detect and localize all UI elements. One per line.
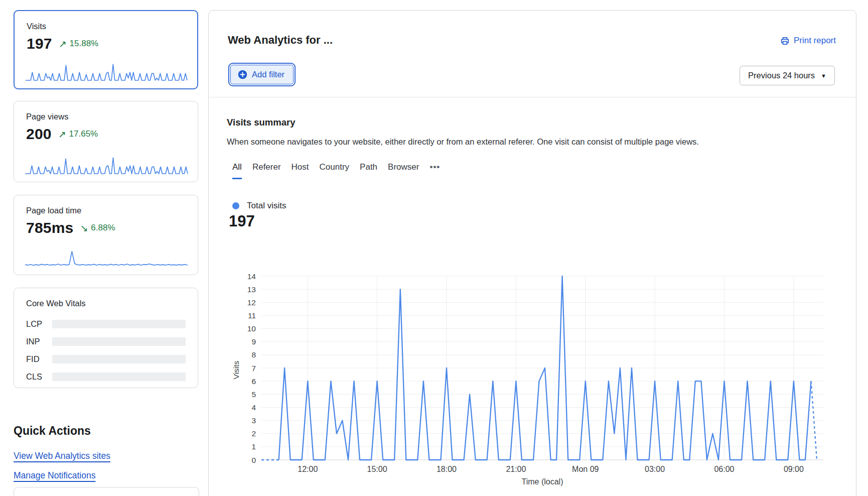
visits-summary-description: When someone navigates to your website, … xyxy=(227,137,779,147)
trend-arrow-icon: ↗ xyxy=(58,130,66,139)
print-report-label: Print report xyxy=(794,36,836,46)
core-web-vital-bar-track xyxy=(52,373,186,381)
trend-percentage: 6.88% xyxy=(91,223,115,233)
metric-card-title: Page load time xyxy=(14,195,198,215)
metric-card-page-views[interactable]: Page views 200 ↗ 17.65% xyxy=(14,101,198,182)
core-web-vitals-title: Core Web Vitals xyxy=(26,299,186,308)
metric-cards-list: Visits 197 ↗ 15.88% Page views 200 ↗ 17.… xyxy=(14,10,198,275)
legend-dot-icon xyxy=(232,202,239,209)
print-report-link[interactable]: Print report xyxy=(780,36,836,46)
svg-text:5: 5 xyxy=(251,390,256,399)
metric-card-sparkline xyxy=(23,155,190,176)
metric-card-sparkline xyxy=(23,247,190,269)
svg-text:12: 12 xyxy=(247,298,256,307)
core-web-vital-label: LCP xyxy=(26,319,52,329)
svg-text:06:00: 06:00 xyxy=(714,465,734,473)
visits-line-chart: 0123456789101112131412:0015:0018:0021:00… xyxy=(229,270,843,495)
svg-text:2: 2 xyxy=(251,429,256,438)
svg-text:09:00: 09:00 xyxy=(784,465,804,473)
svg-text:9: 9 xyxy=(251,337,256,346)
svg-text:11: 11 xyxy=(248,311,256,320)
svg-text:6: 6 xyxy=(251,377,256,386)
summary-tab-country[interactable]: Country xyxy=(320,162,350,179)
metric-card-title: Page views xyxy=(14,101,198,121)
trend-percentage: 17.65% xyxy=(69,129,98,139)
time-range-dropdown[interactable]: Previous 24 hours ▼ xyxy=(740,66,835,85)
svg-text:13: 13 xyxy=(247,285,256,294)
svg-text:0: 0 xyxy=(251,456,256,464)
metric-card-value-row: 200 ↗ 17.65% xyxy=(14,121,198,143)
core-web-vital-label: CLS xyxy=(26,372,52,382)
svg-text:Mon 09: Mon 09 xyxy=(572,465,599,473)
visits-summary-title: Visits summary xyxy=(227,117,295,128)
plus-circle-icon xyxy=(238,70,247,79)
svg-text:Visits: Visits xyxy=(232,360,240,379)
quick-action-link-manage-notifications[interactable]: Manage Notifications xyxy=(14,470,95,481)
page-title: Web Analytics for ... xyxy=(228,34,333,47)
svg-text:7: 7 xyxy=(251,364,256,373)
svg-text:1: 1 xyxy=(251,442,256,451)
metric-card-trend: ↘ 6.88% xyxy=(80,223,115,233)
partial-card-top xyxy=(14,487,199,496)
core-web-vital-label: INP xyxy=(26,337,52,346)
add-filter-button[interactable]: Add filter xyxy=(230,65,294,84)
summary-tab-referer[interactable]: Referer xyxy=(252,162,281,179)
quick-actions-title: Quick Actions xyxy=(14,424,91,438)
metric-card-value-row: 785ms ↘ 6.88% xyxy=(14,215,198,236)
total-visits-value: 197 xyxy=(229,212,255,230)
core-web-vital-row: LCP xyxy=(26,319,186,329)
core-web-vitals-rows: LCP INP FID CLS xyxy=(26,319,186,382)
metric-card-value: 197 xyxy=(27,35,52,52)
metric-card-value-row: 197 ↗ 15.88% xyxy=(15,31,197,52)
svg-text:3: 3 xyxy=(251,416,256,425)
core-web-vital-label: FID xyxy=(26,354,52,364)
summary-tab-all[interactable]: All xyxy=(232,162,242,179)
summary-tab-path[interactable]: Path xyxy=(360,162,377,179)
core-web-vital-bar-track xyxy=(52,355,186,363)
summary-tab-more[interactable]: ••• xyxy=(429,162,440,179)
svg-text:4: 4 xyxy=(251,403,256,412)
metric-card-value: 200 xyxy=(26,126,52,143)
chart-legend: Total visits xyxy=(232,201,286,211)
legend-label: Total visits xyxy=(247,201,286,211)
metric-card-trend: ↗ 17.65% xyxy=(58,129,98,139)
svg-text:8: 8 xyxy=(251,350,256,359)
metric-card-trend: ↗ 15.88% xyxy=(59,39,99,49)
core-web-vital-row: FID xyxy=(26,354,186,364)
svg-text:15:00: 15:00 xyxy=(367,465,387,473)
metrics-sidebar: Visits 197 ↗ 15.88% Page views 200 ↗ 17.… xyxy=(14,10,198,388)
core-web-vital-row: INP xyxy=(26,337,186,346)
chevron-down-icon: ▼ xyxy=(821,73,826,79)
metric-card-value: 785ms xyxy=(26,219,73,236)
core-web-vital-row: CLS xyxy=(26,372,186,382)
metric-card-visits[interactable]: Visits 197 ↗ 15.88% xyxy=(14,10,198,89)
web-analytics-panel: Web Analytics for ... Print report Add f… xyxy=(208,10,856,496)
svg-text:18:00: 18:00 xyxy=(437,465,457,473)
trend-arrow-icon: ↘ xyxy=(80,223,88,233)
trend-arrow-icon: ↗ xyxy=(59,39,67,49)
metric-card-sparkline xyxy=(24,61,189,82)
svg-text:21:00: 21:00 xyxy=(506,465,526,473)
time-range-label: Previous 24 hours xyxy=(748,71,815,80)
svg-text:10: 10 xyxy=(247,324,256,333)
add-filter-label: Add filter xyxy=(252,70,284,79)
core-web-vitals-card[interactable]: Core Web Vitals LCP INP FID CLS xyxy=(14,288,198,388)
summary-tabs: All Referer Host Country Path Browser ••… xyxy=(232,162,440,179)
metric-card-page-load-time[interactable]: Page load time 785ms ↘ 6.88% xyxy=(14,195,198,275)
svg-text:12:00: 12:00 xyxy=(298,465,318,473)
header-divider xyxy=(209,97,856,97)
metric-card-title: Visits xyxy=(15,11,197,31)
printer-icon xyxy=(780,36,790,46)
trend-percentage: 15.88% xyxy=(70,39,99,49)
core-web-vital-bar-track xyxy=(52,320,186,328)
quick-action-link-view-web-analytics-sites[interactable]: View Web Analytics sites xyxy=(14,451,110,461)
svg-text:14: 14 xyxy=(247,272,256,281)
svg-text:03:00: 03:00 xyxy=(645,465,665,473)
summary-tab-host[interactable]: Host xyxy=(292,162,309,179)
summary-tab-browser[interactable]: Browser xyxy=(388,162,419,179)
core-web-vital-bar-track xyxy=(52,337,186,346)
svg-text:Time (local): Time (local) xyxy=(522,477,563,486)
